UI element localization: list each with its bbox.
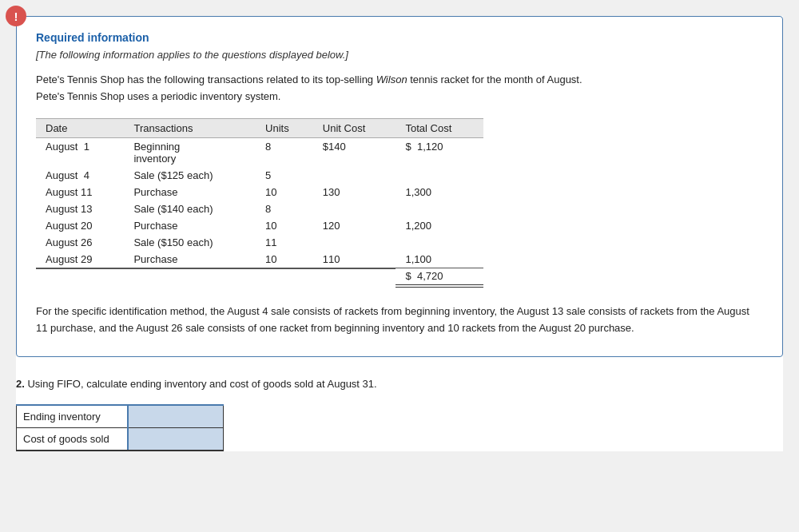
total-row: $ 4,720 [36, 268, 483, 287]
question-label: 2. Using FIFO, calculate ending inventor… [16, 376, 783, 392]
col-date: Date [36, 118, 124, 137]
ending-inventory-label: Ending inventory [17, 405, 129, 428]
cost-of-goods-label: Cost of goods sold [17, 428, 129, 451]
subtitle: [The following information applies to th… [36, 49, 763, 61]
alert-icon: ! [6, 6, 26, 26]
col-transactions: Transactions [124, 118, 256, 137]
answer-table: Ending inventory Cost of goods sold [16, 404, 224, 451]
table-row: August 11 Purchase 10 130 1,300 [36, 184, 483, 200]
inventory-table: Date Transactions Units Unit Cost Total … [36, 118, 483, 288]
question-section: 2. Using FIFO, calculate ending inventor… [16, 376, 783, 452]
col-unit-cost: Unit Cost [313, 118, 396, 137]
ending-inventory-input[interactable] [129, 406, 223, 427]
cost-of-goods-input[interactable] [129, 428, 223, 450]
extra-info: For the specific identification method, … [36, 304, 763, 337]
table-row: August 1 Beginninginventory 8 $140 $ 1,1… [36, 137, 483, 167]
info-box: ! Required information [The following in… [16, 16, 783, 357]
ending-inventory-cell[interactable] [128, 405, 223, 428]
table-row: August 26 Sale ($150 each) 11 [36, 234, 483, 251]
col-units: Units [256, 118, 313, 137]
table-row: August 4 Sale ($125 each) 5 [36, 167, 483, 184]
table-row: August 29 Purchase 10 110 1,100 [36, 251, 483, 268]
required-title: Required information [36, 31, 763, 44]
table-row: August 20 Purchase 10 120 1,200 [36, 217, 483, 234]
description: Pete's Tennis Shop has the following tra… [36, 72, 763, 105]
col-total-cost: Total Cost [396, 118, 483, 137]
answer-row-ending-inventory: Ending inventory [17, 405, 224, 428]
table-row: August 13 Sale ($140 each) 8 [36, 200, 483, 217]
cost-of-goods-cell[interactable] [128, 428, 223, 451]
main-container: ! Required information [The following in… [16, 16, 783, 451]
answer-row-cost-of-goods: Cost of goods sold [17, 428, 224, 451]
